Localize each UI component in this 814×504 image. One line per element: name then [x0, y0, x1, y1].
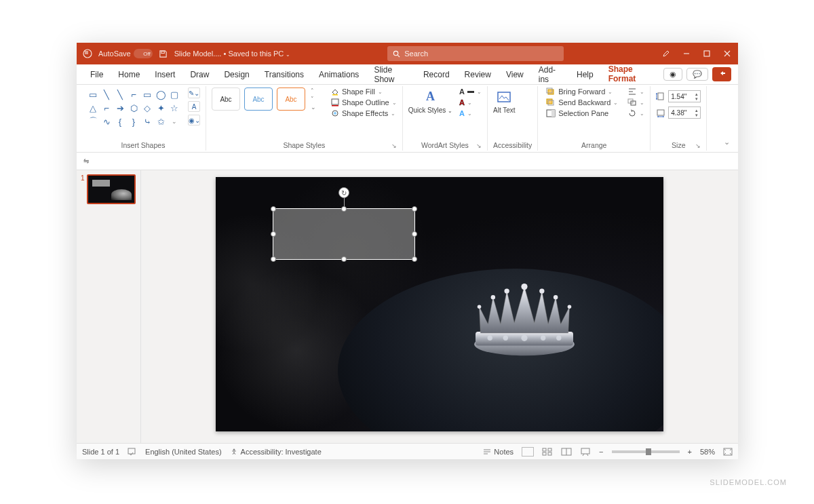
- slideshow-view-button[interactable]: [580, 448, 591, 456]
- tab-home[interactable]: Home: [111, 66, 147, 83]
- align-button[interactable]: ⌄: [627, 88, 644, 96]
- send-backward-button[interactable]: Send Backward⌄: [546, 98, 618, 106]
- width-spinner[interactable]: ▴▾: [695, 108, 698, 117]
- shape-oval-icon[interactable]: ◯: [155, 89, 166, 100]
- shape-textbox-icon[interactable]: ▭: [88, 89, 98, 100]
- bring-forward-button[interactable]: Bring Forward⌄: [546, 88, 618, 96]
- shape-styles-launcher[interactable]: ↘: [391, 142, 397, 149]
- pen-icon[interactable]: [661, 48, 672, 59]
- selection-pane-button[interactable]: Selection Pane: [546, 109, 618, 117]
- accessibility-status[interactable]: Accessibility: Investigate: [230, 448, 322, 456]
- spellcheck-icon[interactable]: [128, 448, 137, 456]
- resize-handle-bl[interactable]: [271, 256, 276, 262]
- style-chip-2[interactable]: Abc: [244, 88, 273, 111]
- tab-file[interactable]: File: [83, 66, 110, 83]
- zoom-slider[interactable]: [612, 450, 680, 453]
- tab-review[interactable]: Review: [458, 66, 498, 83]
- text-box-button[interactable]: A: [188, 101, 200, 112]
- zoom-percent[interactable]: 58%: [700, 448, 715, 456]
- style-gallery[interactable]: Abc Abc Abc ˄˅⌄: [212, 88, 320, 111]
- shape-plus-icon[interactable]: ✦: [155, 102, 166, 113]
- shape-effects-button[interactable]: Shape Effects⌄: [331, 109, 397, 117]
- group-button[interactable]: ⌄: [627, 98, 644, 106]
- style-chip-1[interactable]: Abc: [212, 88, 240, 111]
- autosave-toggle[interactable]: AutoSave Off: [98, 49, 153, 58]
- resize-handle-t[interactable]: [341, 206, 347, 212]
- text-outline-button[interactable]: A⌄: [459, 98, 482, 106]
- alt-text-button[interactable]: Alt Text: [493, 88, 516, 114]
- shape-fill-button[interactable]: Shape Fill⌄: [331, 88, 397, 96]
- slide-canvas[interactable]: ↻: [216, 177, 663, 431]
- slide-sorter-button[interactable]: [542, 448, 553, 456]
- shape-rect-icon[interactable]: ▭: [142, 89, 153, 100]
- shape-brace-icon[interactable]: {: [115, 116, 125, 127]
- tab-help[interactable]: Help: [570, 66, 600, 83]
- resize-handle-b[interactable]: [341, 256, 347, 262]
- tab-draw[interactable]: Draw: [183, 66, 216, 83]
- notes-button[interactable]: Notes: [483, 448, 513, 456]
- shape-brace2-icon[interactable]: }: [128, 116, 139, 127]
- text-effects-button[interactable]: A⌄: [459, 109, 482, 117]
- resize-handle-r[interactable]: [412, 231, 417, 237]
- size-launcher[interactable]: ↘: [695, 142, 701, 149]
- thumbnail-pane[interactable]: 1: [77, 170, 141, 443]
- height-spinner[interactable]: ▴▾: [695, 92, 698, 101]
- tab-addins[interactable]: Add-ins: [532, 61, 568, 88]
- collapse-ribbon-button[interactable]: ⌄: [724, 138, 730, 147]
- shape-connector-icon[interactable]: ⌐: [128, 89, 139, 100]
- tab-view[interactable]: View: [499, 66, 530, 83]
- height-input[interactable]: 1.54"▴▾: [668, 90, 701, 102]
- edit-shape-button[interactable]: ✎⌄: [188, 88, 200, 98]
- more-styles-button[interactable]: ˄˅⌄: [311, 88, 320, 111]
- tab-insert[interactable]: Insert: [148, 66, 182, 83]
- qat-customize-button[interactable]: ⇋: [83, 157, 89, 165]
- shape-star5-icon[interactable]: ✩: [155, 116, 166, 127]
- tab-slide-show[interactable]: Slide Show: [367, 61, 415, 88]
- comments-button[interactable]: 💬: [686, 68, 708, 81]
- slide-thumbnail-1[interactable]: [87, 174, 136, 204]
- language-status[interactable]: English (United States): [145, 448, 222, 456]
- shape-gallery[interactable]: ▭ ╲ ╲ ⌐ ▭ ◯ ▢ △ ⌐ ➔ ⬡ ◇ ✦ ☆ ⌒ ∿ {: [86, 88, 181, 128]
- shape-freeform-icon[interactable]: ∿: [101, 116, 112, 127]
- tab-transitions[interactable]: Transitions: [258, 66, 311, 83]
- rotate-button[interactable]: ⌄: [627, 109, 644, 117]
- merge-shapes-button[interactable]: ◉⌄: [188, 115, 200, 125]
- normal-view-button[interactable]: [522, 447, 534, 457]
- zoom-out-button[interactable]: −: [599, 448, 603, 456]
- wordart-launcher[interactable]: ↘: [476, 142, 482, 149]
- slide-editor[interactable]: ↻: [141, 170, 738, 443]
- shape-outline-button[interactable]: Shape Outline⌄: [331, 98, 397, 106]
- shape-arc-icon[interactable]: ⤷: [142, 116, 153, 127]
- autosave-switch[interactable]: Off: [134, 49, 153, 58]
- shape-more-icon[interactable]: ⌄: [169, 116, 180, 127]
- share-button[interactable]: [712, 67, 731, 81]
- shape-star-icon[interactable]: ☆: [169, 102, 180, 113]
- style-chip-3[interactable]: Abc: [277, 88, 305, 111]
- shape-line2-icon[interactable]: ╲: [115, 89, 125, 100]
- save-icon[interactable]: [158, 48, 169, 59]
- resize-handle-tr[interactable]: [412, 206, 417, 212]
- camera-button[interactable]: ◉: [663, 68, 682, 81]
- tab-design[interactable]: Design: [217, 66, 256, 83]
- resize-handle-tl[interactable]: [271, 206, 276, 212]
- fit-to-window-button[interactable]: [723, 448, 733, 456]
- shape-curve-icon[interactable]: ⌒: [88, 116, 98, 127]
- search-box[interactable]: Search: [387, 46, 564, 61]
- rotation-handle[interactable]: ↻: [338, 187, 349, 198]
- shape-elbow-icon[interactable]: ⌐: [101, 102, 112, 113]
- shape-hexagon-icon[interactable]: ⬡: [128, 102, 139, 113]
- document-title[interactable]: Slide Model.... • Saved to this PC ⌄: [174, 50, 291, 58]
- slide-counter[interactable]: Slide 1 of 1: [82, 448, 119, 456]
- shape-diamond-icon[interactable]: ◇: [142, 102, 153, 113]
- minimize-button[interactable]: [681, 48, 692, 59]
- quick-styles-button[interactable]: A Quick Styles ⌄: [408, 88, 452, 115]
- resize-handle-br[interactable]: [412, 256, 417, 262]
- resize-handle-l[interactable]: [271, 231, 276, 237]
- text-fill-button[interactable]: A⌄: [459, 88, 482, 96]
- shape-roundrect-icon[interactable]: ▢: [169, 89, 180, 100]
- reading-view-button[interactable]: [561, 448, 572, 456]
- width-input[interactable]: 4.38"▴▾: [668, 106, 701, 119]
- shape-triangle-icon[interactable]: △: [88, 102, 98, 113]
- selected-rectangle-shape[interactable]: ↻: [273, 208, 415, 260]
- shape-line-icon[interactable]: ╲: [101, 89, 112, 100]
